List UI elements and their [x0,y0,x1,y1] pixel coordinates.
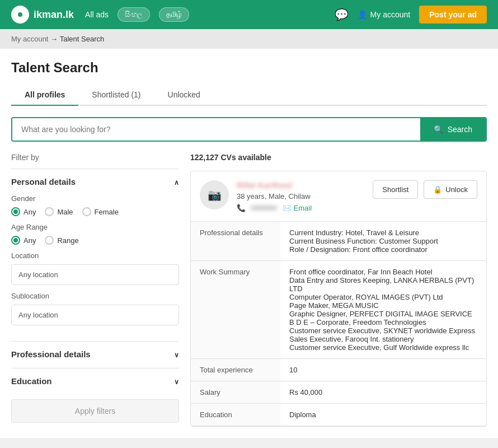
account-icon: 👤 [358,10,367,19]
results-area: 122,127 CVs available 📷 Rifat Karthool 3… [190,153,487,427]
detail-table: Professional details Current Industry: H… [191,222,486,426]
my-account-link[interactable]: 👤 My account [358,10,411,19]
table-row: Work Summary Front office coordinator, F… [191,261,486,359]
breadcrumb-parent[interactable]: My account [11,35,48,43]
avatar: 📷 [200,180,229,209]
age-any-option[interactable]: Any [11,236,36,245]
professional-details-label: Professional details [11,349,91,359]
gender-female-option[interactable]: Female [82,207,119,216]
main-nav: All ads සිංහල தமிழ் [85,7,323,22]
email-icon: ✉️ [283,204,292,212]
personal-details-label: Personal details [11,177,76,186]
search-input[interactable] [12,118,420,141]
main-content: Talent Search All profiles Shortlisted (… [0,49,498,438]
header: ikman.lk All ads සිංහල தமிழ் 💬 👤 My acco… [0,0,498,29]
email-link[interactable]: ✉️ Email [283,204,312,212]
unlock-button[interactable]: 🔒 Unlock [424,180,477,199]
candidate-meta: 38 years, Male, Chilaw [237,192,365,200]
cv-actions: Shortlist 🔒 Unlock [373,180,477,199]
location-select[interactable]: Any location [11,264,179,285]
email-label: Email [294,204,312,212]
breadcrumb: My account → Talent Search [0,29,498,49]
sinhala-lang-btn[interactable]: සිංහල [118,7,150,22]
age-range-option[interactable]: Range [45,236,78,245]
all-ads-link[interactable]: All ads [85,10,109,19]
salary-cell-label: Salary [191,381,280,404]
search-bar: 🔍 Search [11,117,487,142]
tab-all-profiles[interactable]: All profiles [11,85,78,106]
personal-details-header[interactable]: Personal details [11,169,179,186]
tab-shortlisted[interactable]: Shortlisted (1) [78,85,154,106]
personal-details-toggle-icon [174,177,179,186]
tamil-lang-btn[interactable]: தமிழ் [159,7,189,22]
total-experience-cell-value: 10 [280,359,486,381]
phone-icon: 📞 [237,204,246,212]
breadcrumb-separator: → [50,35,58,43]
gender-male-option[interactable]: Male [45,207,73,216]
professional-details-cell-value: Current Industry: Hotel, Travel & Leisur… [280,222,486,261]
candidate-gender: Male [269,192,284,200]
sublocation-select[interactable]: Any location [11,305,179,325]
results-count: 122,127 CVs available [190,153,487,162]
gender-radio-group: Any Male Female [11,207,179,216]
education-cell-value: Diploma [280,404,486,426]
age-range-label: Age Range [11,223,179,231]
education-section: Education [11,368,179,386]
professional-details-section: Professional details [11,341,179,359]
sublocation-label: Sublocation [11,292,179,300]
candidate-age: 38 years [237,192,265,200]
education-toggle-icon [174,376,179,386]
my-account-label: My account [370,10,411,19]
salary-cell-value: Rs 40,000 [280,381,486,404]
professional-details-toggle-icon [174,349,179,359]
logo-text: ikman.lk [34,9,74,21]
gender-any-option[interactable]: Any [11,207,36,216]
tab-unlocked[interactable]: Unlocked [154,85,214,106]
unlock-label: Unlock [445,185,468,194]
education-label: Education [11,376,52,386]
chat-icon[interactable]: 💬 [335,8,349,21]
candidate-location: Chilaw [289,192,311,200]
cv-info: Rifat Karthool 38 years, Male, Chilaw 📞 … [237,180,365,212]
education-cell-label: Education [191,404,280,426]
total-experience-cell-label: Total experience [191,359,280,381]
candidate-phone: •••••••••• [251,204,277,212]
logo-icon [11,6,29,24]
gender-label: Gender [11,194,179,203]
work-summary-cell-label: Work Summary [191,261,280,359]
search-icon: 🔍 [434,125,443,134]
logo[interactable]: ikman.lk [11,6,74,24]
professional-details-header[interactable]: Professional details [11,341,179,359]
age-range-radio[interactable] [45,236,54,245]
professional-details-cell-label: Professional details [191,222,280,261]
age-any-radio[interactable] [11,236,20,245]
table-row: Education Diploma [191,404,486,426]
lock-icon: 🔒 [433,185,442,194]
page-title: Talent Search [11,60,487,76]
cv-header: 📷 Rifat Karthool 38 years, Male, Chilaw … [191,171,486,222]
table-row: Total experience 10 [191,359,486,381]
apply-filters-button[interactable]: Apply filters [11,399,179,423]
gender-female-radio[interactable] [82,207,91,216]
table-row: Professional details Current Industry: H… [191,222,486,261]
filter-title: Filter by [11,153,179,162]
age-range-radio-group: Any Range [11,236,179,245]
results-count-text: 122,127 CVs available [190,153,271,162]
cv-card: 📷 Rifat Karthool 38 years, Male, Chilaw … [190,171,487,427]
sidebar: Filter by Personal details Gender Any [11,153,179,427]
breadcrumb-current: Talent Search [60,35,105,43]
content-layout: Filter by Personal details Gender Any [11,153,487,427]
location-label: Location [11,251,179,260]
tabs-container: All profiles Shortlisted (1) Unlocked [11,85,487,106]
work-summary-cell-value: Front office coordinator, Far Inn Beach … [280,261,486,359]
post-ad-button[interactable]: Post your ad [419,6,487,24]
education-header[interactable]: Education [11,368,179,386]
cv-contact: 📞 •••••••••• ✉️ Email [237,204,365,212]
gender-any-radio[interactable] [11,207,20,216]
gender-male-radio[interactable] [45,207,54,216]
candidate-name: Rifat Karthool [237,180,365,190]
header-right: 💬 👤 My account Post your ad [335,6,487,24]
search-button[interactable]: 🔍 Search [420,118,486,141]
shortlist-button[interactable]: Shortlist [373,180,418,199]
search-label: Search [448,125,472,134]
